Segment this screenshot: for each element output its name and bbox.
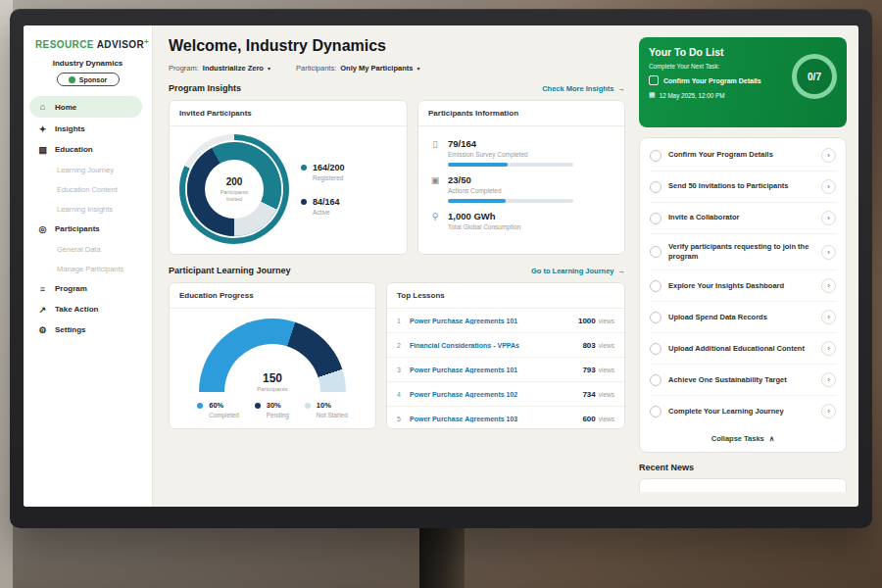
todo-due-date: 12 May 2025, 12:00 PM — [660, 92, 725, 99]
lesson-link[interactable]: Power Purchase Agreements 101 — [410, 318, 578, 324]
arrow-right-icon: → — [618, 267, 626, 275]
task-checkbox-icon[interactable] — [650, 246, 662, 258]
task-row-complete-learning-journey[interactable]: Complete Your Learning Journey › — [650, 396, 836, 426]
todo-task-list-card: Confirm Your Program Details › Send 50 I… — [639, 137, 847, 453]
sidebar-item-take-action[interactable]: ↗ Take Action — [24, 299, 152, 319]
lesson-row[interactable]: 1 Power Purchase Agreements 101 1000 vie… — [387, 309, 624, 333]
lesson-row[interactable]: 3 Power Purchase Agreements 101 793 view… — [387, 358, 624, 382]
check-more-insights-link[interactable]: Check More Insights → — [542, 84, 625, 93]
task-checkbox-icon[interactable] — [650, 181, 662, 193]
sidebar-item-home[interactable]: ⌂ Home — [29, 96, 142, 118]
gauge-center: 150 Participants — [199, 371, 346, 392]
stat-actions-completed: ▣ 23/50 Actions Completed — [430, 174, 612, 203]
chevron-right-icon[interactable]: › — [821, 372, 836, 387]
task-row-upload-educational-content[interactable]: Upload Additional Educational Content › — [650, 333, 836, 365]
sidebar-item-settings[interactable]: ⚙ Settings — [24, 319, 152, 340]
sidebar-item-participants[interactable]: ◎ Participants — [24, 219, 152, 239]
collapse-label: Collapse Tasks — [711, 434, 764, 443]
legend-value: 10% — [317, 401, 348, 410]
sidebar-item-manage-participants[interactable]: Manage Participants — [24, 259, 152, 278]
task-row-invite-collaborator[interactable]: Invite a Collaborator › — [650, 203, 836, 234]
task-checkbox-icon[interactable] — [650, 406, 662, 417]
sidebar-item-general-data[interactable]: General Data — [24, 239, 152, 259]
lesson-link[interactable]: Financial Considerations - VPPAs — [410, 342, 582, 349]
task-row-verify-participants[interactable]: Verify participants requesting to join t… — [650, 234, 836, 270]
invited-card-body: 200 Participants Invited 164/200 Registe… — [170, 126, 407, 252]
task-row-achieve-target[interactable]: Achieve One Sustainability Target › — [650, 365, 836, 396]
stat-label: Emission Survey Completed — [448, 151, 573, 158]
task-row-explore-insights[interactable]: Explore Your Insights Dashboard › — [650, 270, 836, 302]
sidebar-item-learning-insights[interactable]: Learning Insights — [24, 199, 152, 219]
legend-label: Not Started — [317, 412, 348, 418]
todo-next-task-label: Confirm Your Program Details — [663, 77, 761, 84]
sidebar-item-education[interactable]: ▤ Education — [24, 139, 152, 160]
lesson-row[interactable]: 5 Power Purchase Agreements 103 600 view… — [387, 407, 624, 430]
lesson-views: 600 — [582, 415, 595, 423]
learning-cards-row: Education Progress 150 Participants — [169, 282, 625, 429]
monitor-bezel: RESOURCE ADVISOR+ Industry Dynamics Spon… — [10, 9, 872, 528]
participants-filter-dropdown[interactable]: Participants: Only My Participants ▾ — [296, 64, 419, 73]
lesson-rank: 4 — [397, 391, 410, 398]
progress-fill — [448, 163, 508, 167]
sidebar-item-education-content[interactable]: Education Content — [24, 179, 152, 199]
sidebar-item-label: Participants — [55, 224, 100, 233]
sidebar-item-label: Education Content — [57, 185, 118, 194]
chevron-right-icon[interactable]: › — [821, 404, 836, 418]
lesson-row[interactable]: 2 Financial Considerations - VPPAs 803 v… — [387, 333, 624, 358]
app-logo: RESOURCE ADVISOR+ — [24, 35, 152, 50]
section-title: Participant Learning Journey — [169, 266, 291, 275]
top-lessons-card: Top Lessons 1 Power Purchase Agreements … — [386, 282, 625, 429]
gauge-center-value: 150 — [199, 371, 346, 385]
chevron-right-icon[interactable]: › — [821, 245, 836, 260]
task-checkbox-icon[interactable] — [650, 280, 662, 292]
insights-icon: ✦ — [37, 124, 48, 134]
sidebar-item-program[interactable]: ≡ Program — [24, 278, 152, 299]
chevron-right-icon[interactable]: › — [821, 211, 836, 225]
task-row-upload-spend-data[interactable]: Upload Spend Data Records › — [650, 302, 836, 333]
lesson-views-unit: views — [599, 416, 614, 422]
lesson-views: 734 — [582, 390, 595, 399]
task-checkbox-icon[interactable] — [650, 213, 662, 224]
donut-center-label: Participants Invited — [214, 189, 255, 203]
checkbox-icon[interactable] — [649, 75, 659, 85]
collapse-tasks-button[interactable]: Collapse Tasks ∧ — [650, 426, 836, 450]
lesson-row[interactable]: 4 Power Purchase Agreements 102 734 view… — [387, 382, 624, 407]
task-checkbox-icon[interactable] — [650, 312, 662, 323]
invited-participants-card: Invited Participants 200 Participants In… — [169, 100, 408, 255]
sidebar-item-insights[interactable]: ✦ Insights — [24, 119, 152, 139]
legend-item-completed: 60% Completed — [197, 401, 238, 418]
lesson-views-unit: views — [599, 391, 614, 398]
sidebar-item-label: Learning Journey — [57, 166, 114, 174]
registered-dot-icon — [301, 165, 307, 171]
task-checkbox-icon[interactable] — [650, 374, 662, 386]
chevron-right-icon[interactable]: › — [821, 179, 836, 194]
task-checkbox-icon[interactable] — [650, 150, 662, 162]
lesson-link[interactable]: Power Purchase Agreements 102 — [410, 391, 582, 398]
sidebar-item-label: General Data — [57, 245, 101, 254]
emission-progress-bar — [448, 163, 573, 167]
task-label: Explore Your Insights Dashboard — [668, 281, 814, 291]
legend-value: 84/164 — [313, 197, 340, 207]
progress-fill — [448, 199, 506, 203]
go-to-learning-journey-link[interactable]: Go to Learning Journey → — [531, 267, 625, 275]
recent-news-title: Recent News — [639, 463, 847, 472]
participants-filter-label: Participants: — [296, 64, 336, 73]
lesson-link[interactable]: Power Purchase Agreements 101 — [410, 367, 582, 373]
chevron-right-icon[interactable]: › — [821, 341, 836, 356]
chevron-right-icon[interactable]: › — [821, 310, 836, 324]
stat-global-consumption: ⚲ 1,000 GWh Total Global Consumption — [430, 211, 612, 230]
invited-legend: 164/200 Registered 84/164 Active — [301, 163, 345, 216]
lesson-link[interactable]: Power Purchase Agreements 103 — [410, 416, 582, 422]
donut-center-value: 200 — [226, 176, 243, 187]
sidebar-item-learning-journey[interactable]: Learning Journey — [24, 160, 152, 179]
chevron-right-icon[interactable]: › — [821, 278, 836, 293]
legend-value: 30% — [267, 401, 289, 410]
program-filter-dropdown[interactable]: Program: Industrialize Zero ▾ — [169, 64, 270, 73]
chevron-up-icon: ∧ — [769, 434, 775, 443]
task-row-confirm-program[interactable]: Confirm Your Program Details › — [650, 140, 836, 172]
task-checkbox-icon[interactable] — [650, 343, 662, 355]
chevron-right-icon[interactable]: › — [821, 148, 836, 163]
sponsor-badge[interactable]: Sponsor — [57, 73, 120, 86]
legend-item-pending: 30% Pending — [255, 401, 289, 418]
task-row-send-invitations[interactable]: Send 50 Invitations to Participants › — [650, 172, 836, 203]
